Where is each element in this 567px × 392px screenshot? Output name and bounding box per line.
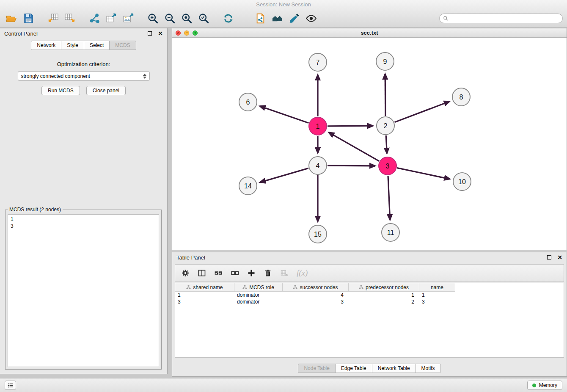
graph-edge-2-3[interactable] — [386, 135, 387, 153]
cell-name[interactable]: 3 — [419, 299, 455, 305]
control-panel-header: Control Panel ✕ — [0, 28, 167, 39]
network-graph[interactable]: 7968124314101511 — [172, 38, 567, 250]
zoom-out-button[interactable] — [162, 10, 177, 26]
table-row[interactable]: 1 dominator 4 1 1 — [175, 292, 564, 298]
graph-edge-4-14[interactable] — [260, 168, 308, 182]
memory-status-icon — [532, 384, 536, 387]
gear-icon — [181, 269, 190, 277]
cell-successor-nodes[interactable]: 4 — [283, 292, 349, 298]
import-table-button[interactable] — [63, 10, 77, 26]
graph-node-11[interactable]: 11 — [382, 224, 399, 241]
close-table-panel-icon[interactable]: ✕ — [557, 254, 562, 260]
maximize-window-icon[interactable] — [193, 30, 198, 36]
new-network-button[interactable] — [87, 10, 102, 26]
graph-edge-1-2[interactable] — [328, 126, 373, 126]
hierarchy-icon — [359, 285, 363, 290]
cell-predecessor-nodes[interactable]: 1 — [349, 292, 419, 298]
mcds-result-text: 1 3 — [8, 214, 159, 367]
import-network-button[interactable] — [46, 10, 60, 26]
graph-node-1[interactable]: 1 — [309, 117, 327, 135]
function-builder-button[interactable]: f(x) — [297, 268, 308, 278]
search-icon — [443, 16, 449, 21]
cell-mcds-role[interactable]: dominator — [234, 292, 283, 298]
graph-node-9[interactable]: 9 — [376, 52, 394, 70]
document-share-icon — [255, 13, 266, 24]
graph-node-15[interactable]: 15 — [309, 225, 327, 243]
close-panel-icon[interactable]: ✕ — [158, 30, 163, 36]
tab-select[interactable]: Select — [84, 41, 110, 50]
svg-text:8: 8 — [460, 94, 463, 101]
run-mcds-button[interactable]: Run MCDS — [41, 86, 80, 95]
import-table-from-file-icon — [64, 13, 76, 24]
graph-node-14[interactable]: 14 — [239, 177, 257, 195]
delete-row-button[interactable] — [264, 269, 272, 277]
table-row[interactable]: 3 dominator 3 2 3 — [175, 298, 564, 305]
zoom-in-button[interactable] — [146, 10, 160, 26]
float-table-panel-icon[interactable] — [547, 255, 551, 259]
houses-button[interactable] — [270, 10, 284, 26]
style-brush-button[interactable] — [287, 10, 301, 26]
task-history-button[interactable] — [5, 381, 16, 390]
network-canvas[interactable]: 7968124314101511 — [172, 38, 567, 250]
table-panel-title: Table Panel — [176, 254, 205, 261]
column-header-shared-name[interactable]: shared name — [175, 283, 234, 292]
zoom-fit-button[interactable] — [179, 10, 194, 26]
graph-node-10[interactable]: 10 — [453, 173, 471, 190]
svg-text:3: 3 — [386, 163, 390, 170]
graph-edge-3-11[interactable] — [388, 176, 390, 220]
add-row-button[interactable] — [247, 269, 256, 277]
zoom-selected-button[interactable] — [196, 10, 211, 26]
svg-text:11: 11 — [387, 229, 394, 236]
graph-edge-2-9[interactable] — [385, 74, 385, 116]
graph-node-7[interactable]: 7 — [309, 53, 327, 71]
tab-node-table[interactable]: Node Table — [298, 364, 336, 373]
cell-successor-nodes[interactable]: 3 — [283, 299, 349, 305]
document-share-button[interactable] — [253, 10, 267, 26]
graph-node-6[interactable]: 6 — [239, 93, 257, 111]
table-settings-button[interactable] — [181, 269, 190, 277]
graph-edge-3-10[interactable] — [397, 168, 450, 179]
graph-edge-4-3[interactable] — [328, 166, 375, 166]
graph-node-4[interactable]: 4 — [309, 157, 327, 174]
tab-style[interactable]: Style — [61, 41, 84, 50]
network-table-button[interactable] — [104, 10, 118, 26]
tab-motifs[interactable]: Motifs — [416, 364, 441, 373]
delete-columns-button[interactable] — [280, 269, 289, 277]
graph-edge-3-1[interactable] — [329, 133, 379, 161]
minimize-window-icon[interactable] — [184, 30, 189, 36]
column-header-name[interactable]: name — [419, 283, 455, 292]
tab-network[interactable]: Network — [31, 41, 61, 50]
graph-edge-1-6[interactable] — [260, 106, 308, 123]
houses-icon — [272, 13, 283, 24]
graph-node-8[interactable]: 8 — [452, 88, 470, 106]
save-session-button[interactable] — [21, 10, 36, 26]
cell-predecessor-nodes[interactable]: 2 — [349, 299, 419, 305]
cell-shared-name[interactable]: 3 — [175, 299, 234, 305]
refresh-layout-button[interactable] — [221, 10, 235, 26]
close-panel-button[interactable]: Close panel — [86, 86, 126, 95]
close-window-icon[interactable] — [176, 30, 181, 36]
column-header-mcds-role[interactable]: MCDS role — [234, 283, 283, 292]
cell-name[interactable]: 1 — [419, 292, 455, 298]
graph-edge-2-8[interactable] — [395, 102, 450, 122]
search-input[interactable] — [451, 15, 559, 21]
graph-node-2[interactable]: 2 — [377, 117, 394, 135]
memory-button[interactable]: Memory — [527, 381, 562, 390]
cell-mcds-role[interactable]: dominator — [234, 299, 283, 305]
control-panel: Control Panel ✕ Network Style Select MCD… — [0, 28, 168, 374]
unselect-all-button[interactable] — [231, 269, 239, 277]
show-hide-button[interactable] — [304, 10, 318, 26]
cell-shared-name[interactable]: 1 — [175, 292, 234, 298]
tab-network-table[interactable]: Network Table — [372, 364, 416, 373]
select-all-button[interactable] — [214, 269, 223, 277]
float-panel-icon[interactable] — [148, 31, 152, 36]
criterion-dropdown[interactable]: strongly connected component — [18, 71, 150, 81]
open-session-button[interactable] — [4, 10, 19, 26]
show-columns-button[interactable] — [198, 269, 206, 277]
tab-mcds[interactable]: MCDS — [109, 41, 136, 50]
column-header-successor-nodes[interactable]: successor nodes — [283, 283, 349, 292]
column-header-predecessor-nodes[interactable]: predecessor nodes — [349, 283, 419, 292]
tab-edge-table[interactable]: Edge Table — [335, 364, 372, 373]
graph-node-3[interactable]: 3 — [379, 157, 396, 175]
export-image-button[interactable] — [121, 10, 135, 26]
